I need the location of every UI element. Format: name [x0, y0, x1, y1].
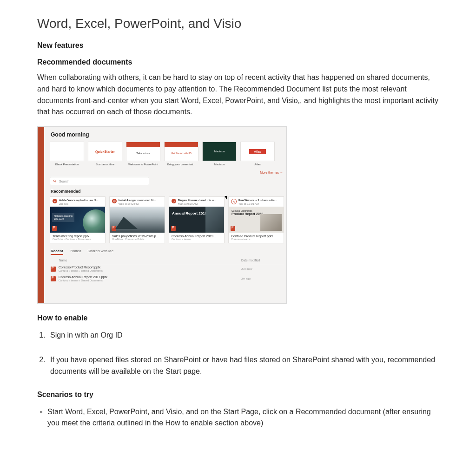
recommended-card[interactable]: ✎ Ben Walters + 3 others edite...Tue at … — [228, 196, 284, 243]
share-icon: ↗ — [172, 199, 176, 203]
heading-scenarios: Scenarios to try — [37, 391, 439, 399]
powerpoint-icon — [112, 226, 116, 231]
step-item: If you have opened files stored on Share… — [47, 354, 439, 378]
heading-how-to-enable: How to enable — [37, 314, 439, 322]
template-blank[interactable]: Blank Presentation — [50, 142, 84, 166]
app-nav-rail — [38, 127, 44, 303]
more-themes-link[interactable]: More themes → — [50, 171, 283, 174]
powerpoint-icon — [171, 226, 176, 231]
scenario-item: Start Word, Excel, PowerPoint, and Visio… — [47, 406, 439, 430]
recommended-row: ↩ Adele Vance replied to Lee G...2m ago … — [50, 196, 284, 243]
powerpoint-icon — [52, 226, 57, 231]
scenarios-list: Start Word, Excel, PowerPoint, and Visio… — [37, 406, 439, 430]
template-madison[interactable]: Madison Madison — [202, 142, 237, 166]
intro-paragraph: When collaborating with others, it can b… — [37, 72, 439, 118]
page-title: Word, Excel, PowerPoint, and Visio — [37, 16, 439, 31]
search-input[interactable]: 🔍︎ Search — [50, 177, 149, 185]
powerpoint-icon — [51, 267, 56, 272]
recommended-heading: Recommended — [51, 189, 284, 194]
file-table-header: NameDate modified — [50, 257, 284, 264]
search-icon: 🔍︎ — [53, 179, 57, 183]
recommended-card[interactable]: ↩ Adele Vance replied to Lee G...2m ago … — [50, 196, 106, 243]
greeting-text: Good morning — [51, 131, 284, 138]
heading-new-features: New features — [37, 41, 439, 50]
tab-pinned[interactable]: Pinned — [70, 249, 81, 255]
recommended-card[interactable]: ↗ Megan Bowen shared this w...Mon at 9:2… — [169, 196, 225, 243]
powerpoint-icon — [231, 226, 235, 231]
file-list-tabs: Recent Pinned Shared with Me — [51, 249, 284, 255]
enable-steps: Sign in with an Org ID If you have opene… — [37, 330, 439, 377]
edit-icon: ✎ — [231, 199, 237, 204]
tab-shared[interactable]: Shared with Me — [88, 249, 114, 255]
template-gallery: Blank Presentation QuickStarter Start an… — [50, 142, 284, 166]
heading-recommended-documents: Recommended documents — [37, 58, 439, 66]
tab-recent[interactable]: Recent — [51, 249, 63, 255]
file-row[interactable]: Contoso Annual Report 2017.pptxContoso »… — [50, 274, 284, 284]
reply-icon: ↩ — [53, 199, 57, 203]
powerpoint-icon — [51, 276, 56, 281]
mention-icon: @ — [112, 199, 117, 203]
file-row[interactable]: Contoso Product Report.pptxContoso » tea… — [50, 264, 284, 274]
template-3d[interactable]: Get Started with 3D Bring your presentat… — [164, 142, 198, 166]
recommended-card[interactable]: @ Isaiah Langer mentioned M...Wed at 3:4… — [109, 196, 165, 243]
search-placeholder: Search — [59, 180, 69, 183]
template-welcome[interactable]: Take a tour Welcome to PowerPoint — [126, 142, 160, 166]
powerpoint-start-screenshot: Good morning Blank Presentation QuickSta… — [37, 126, 287, 304]
template-quickstarter[interactable]: QuickStarter Start an outline — [88, 142, 122, 166]
template-atlas[interactable]: Atlas Atlas — [240, 142, 275, 166]
step-item: Sign in with an Org ID — [47, 330, 439, 341]
